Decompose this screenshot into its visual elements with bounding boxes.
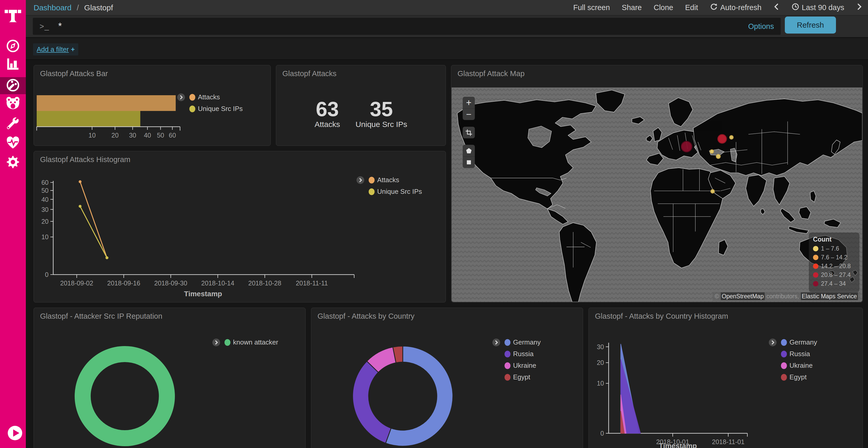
legend-item[interactable]: Germany xyxy=(504,338,541,346)
svg-text:2018-10-14: 2018-10-14 xyxy=(201,279,234,287)
legend-item[interactable]: Russia xyxy=(504,350,541,358)
zoom-in-button[interactable]: + xyxy=(463,97,475,108)
t-mobile-logo[interactable] xyxy=(5,3,21,26)
panel-title: Glastopf Attack Map xyxy=(458,69,525,78)
legend-collapse-icon[interactable] xyxy=(356,176,365,185)
legend-item[interactable]: Egypt xyxy=(504,373,541,381)
map-legend-item: 1 – 7.6 xyxy=(813,245,855,252)
clone-button[interactable]: Clone xyxy=(654,3,673,12)
legend-item[interactable]: known attacker xyxy=(224,338,278,346)
search-input[interactable]: >_ * Options xyxy=(33,18,781,35)
sidebar-item-management[interactable] xyxy=(0,154,26,172)
country-histogram-chart[interactable]: 01020302018-10-012018-11-01Timestamp xyxy=(589,308,863,448)
legend-swatch xyxy=(781,362,787,369)
legend-item[interactable]: Ukraine xyxy=(504,361,541,370)
legend-label: Attacks xyxy=(377,176,399,184)
panel-attacks-by-country: Glastopf - Attacks by Country GermanyRus… xyxy=(311,308,583,448)
sidebar xyxy=(0,0,26,448)
draw-rectangle-icon[interactable] xyxy=(463,157,475,168)
country-donut-chart[interactable] xyxy=(311,308,583,448)
osm-link[interactable]: OpenStreetMap xyxy=(721,292,765,300)
map-legend-item: 7.6 – 14.2 xyxy=(813,254,855,261)
metric-unique-src-ips: 35 Unique Src IPs xyxy=(355,98,407,129)
add-filter-button[interactable]: Add a filter+ xyxy=(33,43,78,56)
filter-bar: Add a filter+ xyxy=(26,38,868,60)
refresh-cycle-icon xyxy=(710,3,718,12)
legend-item[interactable]: Germany xyxy=(781,338,817,346)
legend-collapse-icon[interactable] xyxy=(212,338,220,348)
legend-range-label: 14.2 – 20.8 xyxy=(821,263,851,270)
legend-collapse-icon[interactable] xyxy=(492,338,500,348)
legend-item[interactable]: Egypt xyxy=(781,373,817,381)
legend-range-label: 7.6 – 14.2 xyxy=(821,254,847,261)
full-screen-button[interactable]: Full screen xyxy=(573,3,610,12)
sidebar-item-discover[interactable] xyxy=(0,38,26,55)
svg-text:2018-09-16: 2018-09-16 xyxy=(107,279,140,287)
legend-swatch xyxy=(813,281,818,286)
svg-text:10: 10 xyxy=(597,380,604,387)
svg-text:10: 10 xyxy=(41,233,49,241)
svg-text:40: 40 xyxy=(41,196,49,203)
svg-text:2018-10-28: 2018-10-28 xyxy=(248,279,281,287)
panel-attacks-histogram: Glastopf Attacks Histogram 0102030405060… xyxy=(34,151,446,303)
time-back-button[interactable] xyxy=(773,3,780,12)
sidebar-item-dev-tools[interactable] xyxy=(0,115,26,132)
play-circle-icon xyxy=(7,437,23,442)
svg-text:2018-09-02: 2018-09-02 xyxy=(60,279,93,287)
sidebar-item-visualize[interactable] xyxy=(0,56,26,73)
gauge-icon xyxy=(6,78,20,94)
svg-text:2018-11-11: 2018-11-11 xyxy=(296,279,328,287)
breadcrumb-separator: / xyxy=(77,3,79,12)
metric-value: 63 xyxy=(315,98,340,120)
attacks-histogram-chart[interactable]: 01020304050602018-09-022018-09-162018-09… xyxy=(34,151,446,303)
fit-data-bounds-icon[interactable] xyxy=(463,127,475,138)
gear-icon xyxy=(6,156,20,171)
ems-link[interactable]: Elastic Maps Service xyxy=(801,292,858,300)
sidebar-item-dashboard[interactable] xyxy=(0,77,26,94)
query-text[interactable]: * xyxy=(58,21,62,32)
svg-text:Timestamp: Timestamp xyxy=(184,290,222,298)
svg-text:30: 30 xyxy=(129,132,136,139)
edit-button[interactable]: Edit xyxy=(685,3,698,12)
legend-label: Germany xyxy=(513,338,541,346)
svg-text:Timestamp: Timestamp xyxy=(659,442,697,448)
legend-collapse-icon[interactable] xyxy=(177,93,185,102)
legend-item[interactable]: Ukraine xyxy=(781,361,817,370)
legend-swatch xyxy=(813,255,818,260)
legend-range-label: 27.4 – 34 xyxy=(821,280,846,287)
reputation-donut-chart[interactable] xyxy=(34,308,306,448)
options-link[interactable]: Options xyxy=(748,22,774,31)
sidebar-collapse-button[interactable] xyxy=(7,425,23,442)
legend-swatch xyxy=(369,188,375,195)
legend-swatch xyxy=(369,177,375,183)
draw-polygon-icon[interactable] xyxy=(463,145,475,157)
sidebar-item-monitoring[interactable] xyxy=(0,135,26,152)
legend-collapse-icon[interactable] xyxy=(769,338,777,348)
legend-swatch xyxy=(781,374,787,381)
chart-legend: known attacker xyxy=(224,338,278,346)
chart-legend: AttacksUnique Src IPs xyxy=(369,176,422,196)
metric-attacks: 63 Attacks xyxy=(315,98,340,129)
zoom-out-button[interactable]: − xyxy=(463,108,475,120)
refresh-button[interactable]: Refresh xyxy=(785,16,836,34)
map-draw-controls xyxy=(463,145,475,168)
attack-map[interactable] xyxy=(452,88,862,302)
share-button[interactable]: Share xyxy=(622,3,642,12)
lion-icon xyxy=(5,96,21,112)
map-legend-title: Count xyxy=(813,236,855,243)
map-fit-control xyxy=(463,127,475,138)
legend-item[interactable]: Unique Src IPs xyxy=(369,187,422,196)
legend-label: Germany xyxy=(789,338,817,346)
legend-item[interactable]: Russia xyxy=(781,350,817,358)
svg-text:0: 0 xyxy=(600,430,604,437)
sidebar-item-timelion[interactable] xyxy=(0,96,26,112)
svg-text:20: 20 xyxy=(111,132,119,139)
legend-item[interactable]: Attacks xyxy=(189,93,243,101)
auto-refresh-button[interactable]: Auto-refresh xyxy=(710,3,762,12)
breadcrumb-dashboard-link[interactable]: Dashboard xyxy=(34,3,71,12)
time-forward-button[interactable] xyxy=(856,3,862,12)
legend-item[interactable]: Unique Src IPs xyxy=(189,105,243,113)
legend-item[interactable]: Attacks xyxy=(369,176,422,184)
query-prompt-icon: >_ xyxy=(39,22,49,31)
time-range-picker[interactable]: Last 90 days xyxy=(792,3,844,12)
